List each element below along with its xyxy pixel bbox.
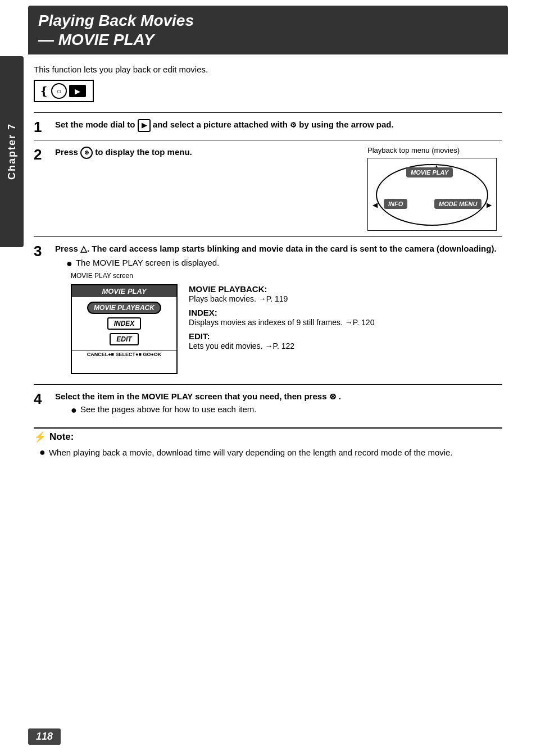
playback-menu-container: Playback top menu (movies) ▲ MOVIE PLAY … [367,146,502,231]
step-2-number: 2 [34,147,49,231]
movie-play-screen: MOVIE PLAY MOVIE PLAYBACK INDEX EDIT CAN… [71,284,178,374]
left-arrow-icon: ◀ [373,201,378,209]
step-2: 2 Press ⊛ to display the top menu. Playb… [34,146,502,231]
step-1-content: Set the mode dial to ▶ and select a pict… [55,119,502,134]
desc-edit-text: Lets you edit movies. →P. 122 [189,341,294,350]
divider-2 [34,140,502,140]
step-4: 4 Select the item in the MOVIE PLAY scre… [34,390,502,417]
mps-footer: CANCEL●■ SELECT●■ GO●OK [72,350,176,358]
step-2-left: Press ⊛ to display the top menu. [55,146,356,159]
chapter-label: Chapter 7 [6,123,18,180]
step-3-number: 3 [34,244,49,379]
info-menu-btn: INFO [384,199,407,209]
step-1: 1 Set the mode dial to ▶ and select a pi… [34,119,502,134]
page-header: Playing Back Movies — MOVIE PLAY [28,6,508,54]
divider-3 [34,236,502,237]
note-bullet: ● When playing back a movie, download ti… [39,447,502,459]
desc-edit: EDIT: Lets you edit movies. →P. 122 [189,331,502,350]
step-2-row: Press ⊛ to display the top menu. Playbac… [55,146,502,231]
page-title: Playing Back Movies — MOVIE PLAY [38,11,498,49]
lightning-icon: ⚡ [34,431,46,443]
intro-text: This function lets you play back or edit… [34,65,502,74]
note-header: ⚡ Note: [34,431,502,443]
chapter-sidebar: Chapter 7 [0,56,24,247]
step-2-text: Press ⊛ to display the top menu. [55,146,356,159]
mps-item-edit: EDIT [110,333,138,345]
menu-diagram: ▲ MOVIE PLAY ◀ INFO MODE MENU ▶ [367,158,497,231]
movie-play-screen-diagram: MOVIE PLAY MOVIE PLAYBACK INDEX EDIT CAN… [71,284,178,374]
dial-icon: ▶ [138,119,151,132]
circle-icon: ○ [51,83,67,99]
circle-btn-icon: ⊛ [80,147,93,159]
step-4-content: Select the item in the MOVIE PLAY screen… [55,390,502,417]
play-rect-icon: ▶ [69,85,86,97]
desc-movie-playback-title: MOVIE PLAYBACK: [189,284,267,294]
mps-header: MOVIE PLAY [72,285,176,297]
note-bullet-dot: ● [39,447,46,459]
movie-play-menu-btn: MOVIE PLAY [406,167,453,177]
mps-item-2: INDEX [79,317,170,330]
step-2-content: Press ⊛ to display the top menu. Playbac… [55,146,502,231]
person-icon: ⚙ [290,121,297,129]
mode-icon-box: ❴ ○ ▶ [34,80,94,102]
bullet-dot-2: ● [71,405,77,415]
step-3: 3 Press △. The card access lamp starts b… [34,243,502,379]
step-4-number: 4 [34,391,49,417]
mps-item-index: INDEX [107,317,142,330]
movie-play-section: MOVIE PLAY MOVIE PLAYBACK INDEX EDIT CAN… [71,284,502,374]
right-arrow-icon: ▶ [487,201,492,209]
mode-menu-btn: MODE MENU [434,199,482,209]
mps-item-3: EDIT [79,333,170,345]
mps-item-1: MOVIE PLAYBACK [79,302,170,314]
desc-index-title: INDEX: [189,308,217,317]
step-4-bullet: ● See the pages above for how to use eac… [71,404,502,415]
note-section: ⚡ Note: ● When playing back a movie, dow… [34,427,502,459]
desc-movie-playback-text: Plays back movies. →P. 119 [189,294,288,303]
divider-4 [34,384,502,385]
screen-desc: MOVIE PLAYBACK: Plays back movies. →P. 1… [189,284,502,355]
desc-index-text: Displays movies as indexes of 9 still fr… [189,318,374,327]
step-3-screen-section: MOVIE PLAY screen MOVIE PLAY MOVIE PLAYB… [71,272,502,374]
step-1-number: 1 [34,120,49,134]
desc-edit-title: EDIT: [189,331,210,341]
desc-movie-playback: MOVIE PLAYBACK: Plays back movies. →P. 1… [189,284,502,303]
brace-icon: ❴ [39,84,49,98]
step-3-content: Press △. The card access lamp starts bli… [55,243,502,379]
note-text: When playing back a movie, download time… [49,447,453,459]
playback-menu-label: Playback top menu (movies) [367,146,502,154]
bullet-dot: ● [66,258,72,268]
step-3-bullet: ● The MOVIE PLAY screen is displayed. [66,258,502,268]
step-3-text: Press △. The card access lamp starts bli… [55,243,502,254]
note-header-text: Note: [49,431,74,443]
page-number: 118 [28,728,61,745]
step-1-text: Set the mode dial to ▶ and select a pict… [55,119,502,131]
mps-label: MOVIE PLAY screen [71,272,502,280]
divider-1 [34,112,502,113]
mps-item-playback: MOVIE PLAYBACK [87,302,161,314]
desc-index: INDEX: Displays movies as indexes of 9 s… [189,308,502,327]
main-content: This function lets you play back or edit… [28,65,508,459]
step-4-text: Select the item in the MOVIE PLAY screen… [55,390,502,402]
